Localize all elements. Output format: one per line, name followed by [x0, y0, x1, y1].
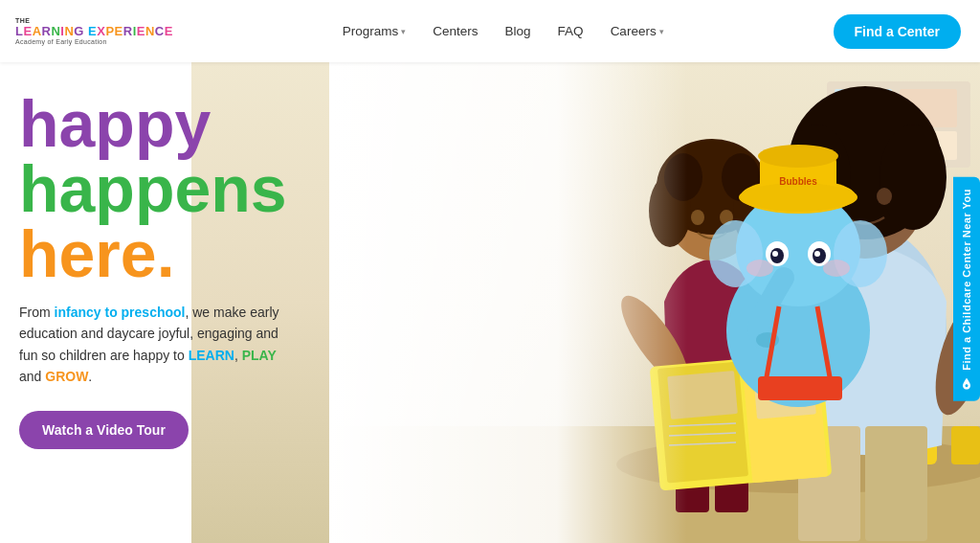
find-childcare-side-button[interactable]: Find a Childcare Center Near You — [953, 177, 980, 401]
logo-text: THE LEARNING EXPERIENCE — [15, 17, 173, 38]
chevron-down-icon: ▾ — [659, 27, 664, 36]
side-cta-wrapper[interactable]: Find a Childcare Center Near You — [953, 177, 980, 401]
learn-text: LEARN — [189, 348, 234, 363]
hero-body-text: From infancy to preschool, we make early… — [19, 302, 287, 388]
site-header: THE LEARNING EXPERIENCE Academy of Early… — [0, 0, 980, 62]
nav-faq[interactable]: FAQ — [558, 24, 584, 38]
grow-text: GROW — [45, 369, 88, 384]
main-nav: Programs ▾ Centers Blog FAQ Careers ▾ — [343, 24, 664, 38]
infancy-preschool-link[interactable]: infancy to preschool — [55, 305, 186, 320]
hero-content: happy happens here. From infancy to pres… — [19, 91, 316, 449]
logo[interactable]: THE LEARNING EXPERIENCE Academy of Early… — [15, 17, 173, 45]
nav-centers[interactable]: Centers — [433, 24, 478, 38]
hero-section: Bubbles happ — [0, 62, 980, 543]
headline-here: here. — [19, 221, 316, 286]
location-pin-icon — [961, 376, 972, 390]
chevron-down-icon: ▾ — [401, 27, 406, 36]
nav-blog[interactable]: Blog — [505, 24, 531, 38]
hero-headline: happy happens here. — [19, 91, 316, 286]
nav-careers[interactable]: Careers ▾ — [611, 24, 664, 38]
find-center-button[interactable]: Find a Center — [834, 14, 961, 49]
play-text: PLAY — [242, 348, 277, 363]
hero-illustration: Bubbles — [329, 62, 980, 543]
nav-programs[interactable]: Programs ▾ — [343, 24, 407, 38]
watch-video-button[interactable]: Watch a Video Tour — [19, 411, 189, 449]
headline-happy: happy — [19, 91, 316, 156]
headline-happens: happens — [19, 156, 316, 221]
svg-rect-61 — [329, 62, 980, 543]
logo-subtitle: Academy of Early Education — [15, 38, 107, 45]
